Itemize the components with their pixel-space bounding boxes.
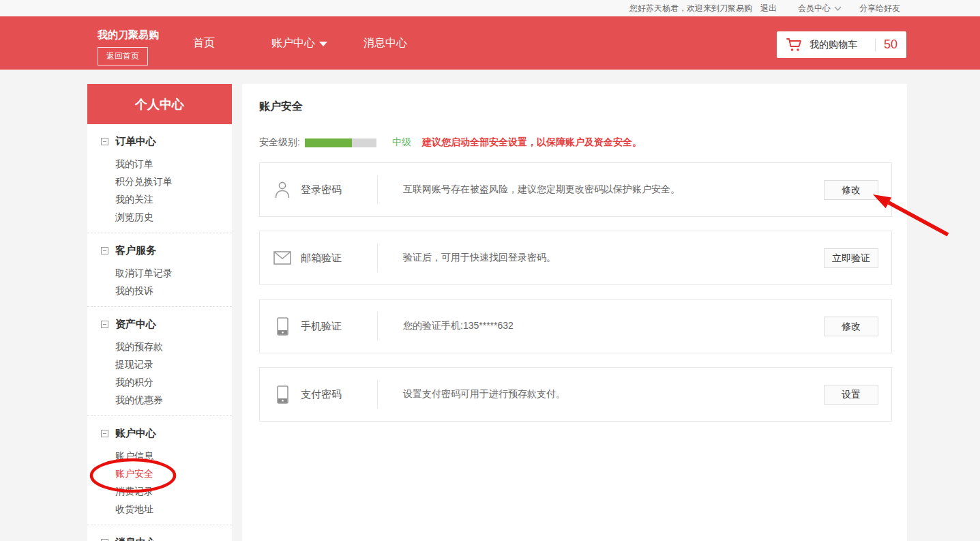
collapse-icon xyxy=(101,430,108,437)
sidebar-item-points-orders[interactable]: 积分兑换订单 xyxy=(87,173,232,190)
section-title-assets[interactable]: 资产中心 xyxy=(87,315,232,333)
row-divider xyxy=(377,244,378,272)
phone-icon xyxy=(273,317,291,336)
modify-phone-button[interactable]: 修改 xyxy=(824,317,878,336)
brand-title: 我的刀聚易购 xyxy=(98,29,159,42)
security-level-value: 中级 xyxy=(392,136,411,149)
row-label: 登录密码 xyxy=(301,184,377,196)
topbar: 您好苏天杨君，欢迎来到刀聚易购 退出 会员中心 分享给好友 xyxy=(0,0,980,16)
security-level-fill xyxy=(305,138,352,147)
sidebar-title: 个人中心 xyxy=(87,84,232,124)
sidebar-section-assets: 资产中心 我的预存款 提现记录 我的积分 我的优惠券 xyxy=(87,307,232,416)
member-center-label: 会员中心 xyxy=(798,3,831,14)
security-level-label: 安全级别: xyxy=(259,136,300,149)
content-area: 个人中心 订单中心 我的订单 积分兑换订单 我的关注 浏览历史 客户服务 取消订… xyxy=(0,70,980,541)
main-header: 我的刀聚易购 返回首页 首页 账户中心 消息中心 我的购物车 50 xyxy=(0,16,980,70)
verify-email-button[interactable]: 立即验证 xyxy=(824,248,878,268)
cart-label: 我的购物车 xyxy=(810,39,857,51)
sidebar-item-withdraw[interactable]: 提现记录 xyxy=(87,355,232,373)
mail-icon xyxy=(273,251,291,265)
sidebar-item-coupons[interactable]: 我的优惠券 xyxy=(87,391,232,409)
row-login-password: 登录密码 互联网账号存在被盗风险，建议您定期更改密码以保护账户安全。 修改 xyxy=(259,162,892,217)
sidebar-item-points[interactable]: 我的积分 xyxy=(87,373,232,391)
nav-message-center[interactable]: 消息中心 xyxy=(363,16,407,70)
sidebar-item-my-orders[interactable]: 我的订单 xyxy=(87,155,232,173)
sidebar: 个人中心 订单中心 我的订单 积分兑换订单 我的关注 浏览历史 客户服务 取消订… xyxy=(87,84,232,541)
share-link[interactable]: 分享给好友 xyxy=(859,3,900,14)
phone-icon xyxy=(273,385,291,404)
row-description: 互联网账号存在被盗风险，建议您定期更改密码以保护账户安全。 xyxy=(403,184,824,196)
sidebar-item-account-security[interactable]: 账户安全 xyxy=(87,465,232,482)
security-rows: 登录密码 互联网账号存在被盗风险，建议您定期更改密码以保护账户安全。 修改 邮箱… xyxy=(259,162,892,422)
cart-box[interactable]: 我的购物车 50 xyxy=(777,31,906,58)
sidebar-section-messages: 消息中心 xyxy=(87,525,232,541)
cart-divider xyxy=(875,39,876,51)
nav-home[interactable]: 首页 xyxy=(193,16,215,70)
member-center-menu[interactable]: 会员中心 xyxy=(798,3,842,14)
sidebar-section-service: 客户服务 取消订单记录 我的投诉 xyxy=(87,233,232,307)
sidebar-item-address[interactable]: 收货地址 xyxy=(87,500,232,518)
collapse-icon xyxy=(101,321,108,328)
sidebar-item-cancel-orders[interactable]: 取消订单记录 xyxy=(87,264,232,282)
back-home-button[interactable]: 返回首页 xyxy=(98,47,148,65)
section-title-orders[interactable]: 订单中心 xyxy=(87,132,232,150)
row-email-verify: 邮箱验证 验证后，可用于快速找回登录密码。 立即验证 xyxy=(259,231,892,285)
sidebar-item-consumption[interactable]: 消费记录 xyxy=(87,482,232,500)
collapse-icon xyxy=(101,138,108,145)
row-description: 验证后，可用于快速找回登录密码。 xyxy=(403,252,824,264)
collapse-icon xyxy=(101,247,108,254)
row-label: 邮箱验证 xyxy=(301,252,377,265)
brand-block: 我的刀聚易购 返回首页 xyxy=(98,29,159,65)
sidebar-item-complaints[interactable]: 我的投诉 xyxy=(87,282,232,299)
section-title-service[interactable]: 客户服务 xyxy=(87,242,232,259)
row-phone-verify: 手机验证 您的验证手机:135*****632 修改 xyxy=(259,299,892,353)
row-divider xyxy=(377,175,378,204)
user-greeting: 您好苏天杨君，欢迎来到刀聚易购 xyxy=(629,3,752,14)
row-description: 您的验证手机:135*****632 xyxy=(403,320,824,332)
section-title-account[interactable]: 账户中心 xyxy=(87,424,232,442)
security-level-row: 安全级别: 中级 建议您启动全部安全设置，以保障账户及资金安全。 xyxy=(259,137,642,148)
chevron-down-icon xyxy=(834,6,842,11)
cart-icon xyxy=(786,38,803,53)
main-panel: 账户安全 安全级别: 中级 建议您启动全部安全设置，以保障账户及资金安全。 登录… xyxy=(242,84,907,541)
row-divider xyxy=(377,380,378,409)
sidebar-item-history[interactable]: 浏览历史 xyxy=(87,208,232,226)
dropdown-triangle-icon xyxy=(319,42,327,46)
security-level-bar xyxy=(305,138,376,147)
nav-account-label: 账户中心 xyxy=(271,36,315,50)
row-description: 设置支付密码可用于进行预存款支付。 xyxy=(403,388,824,400)
row-divider xyxy=(377,312,378,340)
collapse-icon xyxy=(101,539,108,541)
row-pay-password: 支付密码 设置支付密码可用于进行预存款支付。 设置 xyxy=(259,367,892,422)
sidebar-section-account: 账户中心 账户信息 账户安全 消费记录 收货地址 xyxy=(87,416,232,525)
set-pay-password-button[interactable]: 设置 xyxy=(824,385,878,405)
section-title-messages[interactable]: 消息中心 xyxy=(87,533,232,541)
modify-password-button[interactable]: 修改 xyxy=(824,180,878,200)
cart-count: 50 xyxy=(884,38,897,52)
row-label: 手机验证 xyxy=(301,320,377,333)
security-advice: 建议您启动全部安全设置，以保障账户及资金安全。 xyxy=(422,136,642,149)
sidebar-item-follows[interactable]: 我的关注 xyxy=(87,190,232,208)
sidebar-section-orders: 订单中心 我的订单 积分兑换订单 我的关注 浏览历史 xyxy=(87,124,232,233)
sidebar-item-account-info[interactable]: 账户信息 xyxy=(87,447,232,465)
page-title: 账户安全 xyxy=(259,100,303,114)
nav-account-center[interactable]: 账户中心 xyxy=(271,16,327,70)
sidebar-item-deposit[interactable]: 我的预存款 xyxy=(87,338,232,355)
row-label: 支付密码 xyxy=(301,388,377,401)
logout-link[interactable]: 退出 xyxy=(760,3,777,14)
user-icon xyxy=(273,181,291,199)
